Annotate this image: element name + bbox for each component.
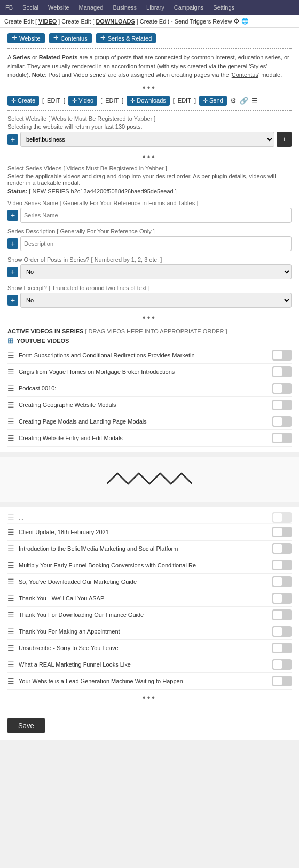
gear-icon[interactable]: ⚙ xyxy=(233,17,240,25)
more-video-title-6: Thank You For Making an Appointment xyxy=(19,628,272,635)
video-series-name-group: Video Series Name [ Generally For Your R… xyxy=(7,200,292,223)
wave-decoration xyxy=(0,457,299,502)
sec-edit[interactable]: Edit xyxy=(23,18,34,25)
video-button[interactable]: ✛ Video xyxy=(68,96,97,106)
video-list-1: ☰ Form Subscriptions and Conditional Red… xyxy=(7,347,292,447)
save-button[interactable]: Save xyxy=(7,718,45,733)
website-plus-box[interactable]: + xyxy=(7,134,18,145)
more-drag-icon-5[interactable]: ☰ xyxy=(7,611,14,619)
video-title-4: Creating Page Modals and Landing Page Mo… xyxy=(19,418,272,425)
more-drag-icon-7[interactable]: ☰ xyxy=(7,644,14,652)
more-video-item-left-8: ☰ What a REAL Marketing Funnel Looks Lik… xyxy=(7,660,272,669)
more-drag-icon-1[interactable]: ☰ xyxy=(7,544,14,553)
sec-downloads-label[interactable]: DOWNLOADS xyxy=(96,18,135,25)
globe-icon[interactable]: 🌐 xyxy=(241,18,249,25)
drag-icon-2[interactable]: ☰ xyxy=(7,384,14,393)
nav-campaigns[interactable]: Campaigns xyxy=(172,3,206,12)
nav-settings[interactable]: Settings xyxy=(211,3,237,12)
website-select[interactable]: belief.business xyxy=(20,132,274,147)
more-toggle-6[interactable] xyxy=(272,626,292,637)
drag-icon-4[interactable]: ☰ xyxy=(7,417,14,426)
more-toggle-0[interactable] xyxy=(272,527,292,537)
more-toggle-9[interactable] xyxy=(272,676,292,686)
nav-library[interactable]: Library xyxy=(144,3,167,12)
more-toggle-8[interactable] xyxy=(272,659,292,670)
tab-series[interactable]: ✛ Series & Related xyxy=(96,33,156,43)
more-toggle-1[interactable] xyxy=(272,543,292,554)
show-order-select[interactable]: No Yes xyxy=(20,264,292,279)
more-drag-icon-0[interactable]: ☰ xyxy=(7,528,14,536)
more-toggle-5[interactable] xyxy=(272,609,292,620)
drag-icon-3[interactable]: ☰ xyxy=(7,401,14,409)
sec-review[interactable]: Review xyxy=(213,18,232,25)
more-drag-icon-2[interactable]: ☰ xyxy=(7,561,14,569)
show-excerpt-label: Show Excerpt? [ Truncated to around two … xyxy=(7,285,292,291)
drag-icon-1[interactable]: ☰ xyxy=(7,367,14,376)
toggle-3[interactable] xyxy=(272,400,292,410)
send-button[interactable]: ✛ Send xyxy=(199,96,227,106)
toggle-partial[interactable] xyxy=(272,512,292,523)
drag-icon-0[interactable]: ☰ xyxy=(7,351,14,359)
show-excerpt-plus[interactable]: + xyxy=(7,295,18,306)
series-desc-plus[interactable]: + xyxy=(7,238,18,249)
gear-icon-2[interactable]: ⚙ xyxy=(230,97,237,105)
more-video-item-left-4: ☰ Thank You - We'll Call You ASAP xyxy=(7,594,272,603)
nav-managed[interactable]: Managed xyxy=(77,3,106,12)
toggle-2[interactable] xyxy=(272,383,292,394)
list-item: ☰ Girgis from Vogue Homes on Mortgage Br… xyxy=(7,364,292,380)
website-input-row: + belief.business + xyxy=(7,132,292,147)
separator-2 xyxy=(7,110,292,111)
more-drag-icon-6[interactable]: ☰ xyxy=(7,627,14,636)
sec-video-label[interactable]: VIDEO xyxy=(38,18,57,25)
series-name-plus[interactable]: + xyxy=(7,210,18,221)
nav-business[interactable]: Business xyxy=(111,3,139,12)
series-description-input[interactable] xyxy=(20,236,292,251)
drag-icon-5[interactable]: ☰ xyxy=(7,434,14,442)
nav-website[interactable]: Website xyxy=(46,3,72,12)
video-item-left-4: ☰ Creating Page Modals and Landing Page … xyxy=(7,417,272,426)
create-button[interactable]: ✛ Create xyxy=(7,96,39,106)
nav-social[interactable]: Social xyxy=(20,3,41,12)
toggle-1[interactable] xyxy=(272,366,292,377)
toggle-5[interactable] xyxy=(272,433,292,443)
series-info-text: A Series or Related Posts are a group of… xyxy=(7,53,292,80)
save-bar: Save xyxy=(0,711,299,740)
series-description-group: Series Description [ Generally For Your … xyxy=(7,228,292,251)
more-drag-icon-8[interactable]: ☰ xyxy=(7,660,14,669)
sec-triggers[interactable]: Triggers xyxy=(190,18,211,25)
series-videos-label: Select Series Videos [ Videos Must Be Re… xyxy=(7,165,292,171)
tab-website[interactable]: ✛ Website xyxy=(7,33,45,43)
more-toggle-3[interactable] xyxy=(272,576,292,587)
menu-icon[interactable]: ☰ xyxy=(251,97,258,105)
video-title-3: Creating Geographic Website Modals xyxy=(19,402,272,408)
more-video-title-5: Thank You For Downloading Our Finance Gu… xyxy=(19,612,272,618)
show-excerpt-select[interactable]: No Yes xyxy=(20,293,292,308)
sec-send[interactable]: Send xyxy=(175,18,188,25)
toggle-0[interactable] xyxy=(272,350,292,361)
sec-create[interactable]: Create xyxy=(4,18,22,25)
downloads-button[interactable]: ✛ Downloads xyxy=(127,96,169,106)
nav-fb[interactable]: FB xyxy=(3,3,15,12)
link-icon[interactable]: 🔗 xyxy=(240,97,248,105)
more-drag-icon-3[interactable]: ☰ xyxy=(7,577,14,586)
sec-edit3[interactable]: Edit xyxy=(159,18,169,25)
downloads-edit-label[interactable]: EDIT xyxy=(178,97,191,104)
toggle-4[interactable] xyxy=(272,416,292,427)
more-drag-icon-9[interactable]: ☰ xyxy=(7,677,14,685)
more-toggle-7[interactable] xyxy=(272,643,292,653)
more-toggle-2[interactable] xyxy=(272,560,292,570)
show-order-plus[interactable]: + xyxy=(7,267,18,277)
drag-icon-partial[interactable]: ☰ xyxy=(7,513,14,522)
sec-create2[interactable]: Create xyxy=(61,18,79,25)
list-item-partial: ☰ ... xyxy=(7,512,292,524)
more-drag-icon-4[interactable]: ☰ xyxy=(7,594,14,603)
video-edit-label[interactable]: EDIT xyxy=(105,97,119,104)
tab-contentus[interactable]: ✛ Contentus xyxy=(49,33,92,43)
series-name-input[interactable] xyxy=(20,208,292,223)
sec-edit2[interactable]: Edit xyxy=(81,18,91,25)
edit-label[interactable]: EDIT xyxy=(47,97,60,104)
more-toggle-4[interactable] xyxy=(272,593,292,604)
sec-create3[interactable]: Create xyxy=(140,18,158,25)
active-videos-header: ACTIVE VIDEOS IN SERIES [ DRAG VIEOS HER… xyxy=(7,328,292,334)
website-add-button[interactable]: + xyxy=(277,132,292,147)
